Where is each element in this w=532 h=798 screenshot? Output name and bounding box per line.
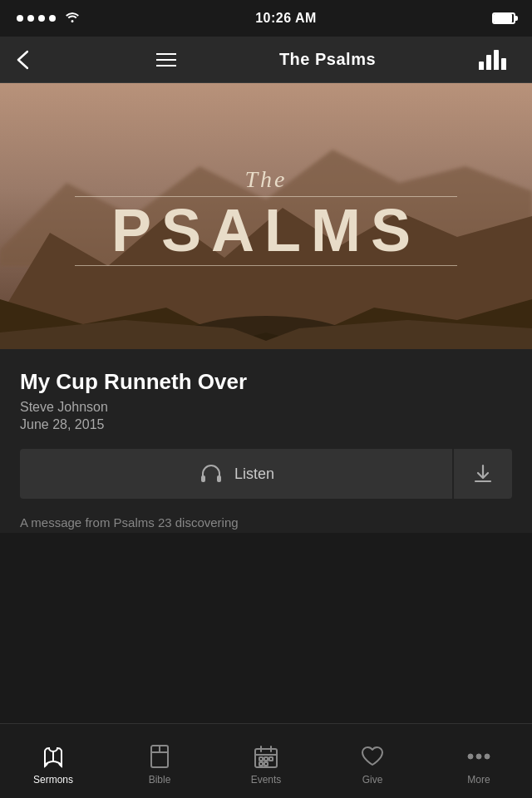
signal-dot-3 xyxy=(38,15,45,22)
share-button[interactable] xyxy=(469,369,512,412)
tab-give-label: Give xyxy=(362,774,383,786)
svg-rect-20 xyxy=(264,757,268,761)
content-area: My Cup Runneth Over Steve Johnson June 2… xyxy=(0,349,532,533)
svg-point-26 xyxy=(485,754,490,759)
headphone-icon xyxy=(198,461,224,487)
menu-line-2 xyxy=(156,59,176,61)
chart-bar-2 xyxy=(486,55,491,70)
tab-events-label: Events xyxy=(251,774,282,786)
menu-line-3 xyxy=(156,65,176,66)
tab-sermons[interactable]: Sermons xyxy=(0,736,106,786)
svg-rect-21 xyxy=(269,757,273,761)
back-button[interactable] xyxy=(17,50,53,70)
hero-image: The PSALMS xyxy=(0,83,532,349)
chart-bar-3 xyxy=(494,50,499,70)
svg-rect-19 xyxy=(259,757,263,761)
hero-text-overlay: The PSALMS xyxy=(27,166,505,266)
hero-line-bottom xyxy=(75,265,458,266)
sermon-header: My Cup Runneth Over Steve Johnson June 2… xyxy=(20,369,512,432)
svg-point-25 xyxy=(476,754,481,759)
tab-bar: Sermons Bible Ev xyxy=(0,723,532,798)
chart-bar-4 xyxy=(501,58,506,70)
more-icon xyxy=(466,743,492,770)
tab-sermons-label: Sermons xyxy=(33,774,73,786)
nav-bar: The Psalms xyxy=(0,37,532,83)
tab-give[interactable]: Give xyxy=(319,736,426,786)
signal-dot-1 xyxy=(17,15,23,22)
action-row: Listen xyxy=(20,449,512,499)
sermon-speaker: Steve Johnson xyxy=(20,400,469,415)
download-button[interactable] xyxy=(454,449,512,499)
svg-rect-9 xyxy=(217,475,221,482)
sermon-description: A message from Psalms 23 discovering xyxy=(20,514,512,533)
menu-button[interactable] xyxy=(156,53,176,66)
page-title: The Psalms xyxy=(279,50,376,69)
signal-dot-2 xyxy=(27,15,34,22)
svg-rect-8 xyxy=(201,475,205,482)
listen-button[interactable]: Listen xyxy=(20,449,452,499)
sermon-title: My Cup Runneth Over xyxy=(20,369,469,395)
signal-dot-4 xyxy=(49,15,56,22)
wifi-icon xyxy=(65,11,80,26)
chart-icon[interactable] xyxy=(479,50,515,70)
menu-line-1 xyxy=(156,53,176,55)
events-icon xyxy=(253,743,279,770)
status-time: 10:26 AM xyxy=(255,11,317,26)
battery-icon xyxy=(492,12,515,24)
hero-psalms-text: PSALMS xyxy=(27,200,505,260)
battery-fill xyxy=(494,14,512,22)
status-bar: 10:26 AM xyxy=(0,0,532,37)
battery-area xyxy=(492,12,515,24)
hero-the-text: The xyxy=(27,166,505,193)
svg-rect-23 xyxy=(264,762,268,766)
svg-rect-22 xyxy=(259,762,263,766)
tab-events[interactable]: Events xyxy=(213,736,319,786)
listen-label: Listen xyxy=(234,466,274,483)
svg-point-24 xyxy=(468,754,473,759)
bible-icon xyxy=(146,743,173,770)
chart-bar-1 xyxy=(479,62,484,70)
sermon-info: My Cup Runneth Over Steve Johnson June 2… xyxy=(20,369,469,432)
signal-area xyxy=(17,11,80,26)
tab-bible-label: Bible xyxy=(149,774,171,786)
download-icon xyxy=(472,463,494,485)
tab-bible[interactable]: Bible xyxy=(106,736,213,786)
tab-more-label: More xyxy=(467,774,490,786)
tab-more[interactable]: More xyxy=(426,736,532,786)
sermons-icon xyxy=(40,743,66,770)
give-icon xyxy=(359,743,386,770)
sermon-date: June 28, 2015 xyxy=(20,417,469,432)
